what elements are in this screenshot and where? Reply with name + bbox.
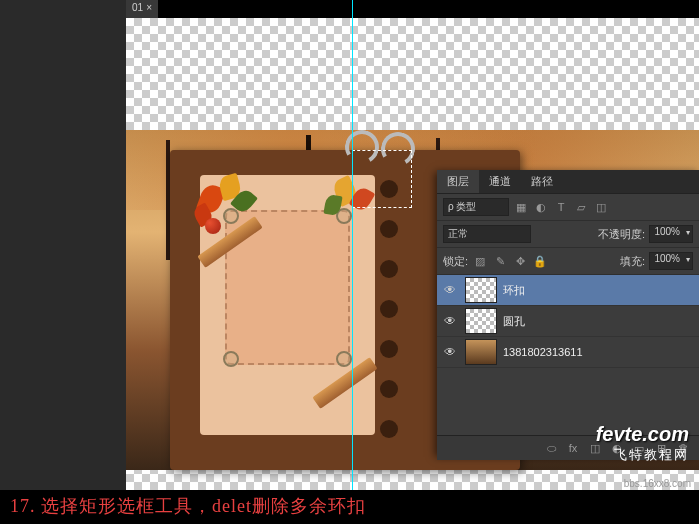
tab-channels[interactable]: 通道 (479, 170, 521, 193)
layer-thumb[interactable] (465, 339, 497, 365)
fill-input[interactable]: 100% (649, 252, 693, 270)
vertical-guide[interactable] (352, 0, 353, 490)
filter-shape-icon[interactable]: ▱ (573, 199, 589, 215)
layers-panel: 图层 通道 路径 ρ 类型 ▦ ◐ T ▱ ◫ 正常 不透明度: 100% 锁定… (437, 170, 699, 455)
album-page (200, 175, 375, 435)
filter-smart-icon[interactable]: ◫ (593, 199, 609, 215)
visibility-icon[interactable]: 👁 (441, 281, 459, 299)
lock-paint-icon[interactable]: ✎ (492, 253, 508, 269)
panel-tabs: 图层 通道 路径 (437, 170, 699, 194)
visibility-icon[interactable]: 👁 (441, 343, 459, 361)
layer-list: 👁 环扣 👁 圆孔 👁 1381802313611 (437, 275, 699, 435)
tab-paths[interactable]: 路径 (521, 170, 563, 193)
opacity-label: 不透明度: (598, 227, 645, 242)
watermark-bbs: bbs.16xx8.com (624, 478, 691, 489)
ring (377, 128, 419, 170)
layer-name[interactable]: 1381802313611 (503, 346, 583, 358)
filter-type-icon[interactable]: T (553, 199, 569, 215)
layer-row[interactable]: 👁 圆孔 (437, 306, 699, 337)
layer-thumb[interactable] (465, 277, 497, 303)
layer-thumb[interactable] (465, 308, 497, 334)
layer-row[interactable]: 👁 1381802313611 (437, 337, 699, 368)
layer-row[interactable]: 👁 环扣 (437, 275, 699, 306)
lock-move-icon[interactable]: ✥ (512, 253, 528, 269)
filter-adjust-icon[interactable]: ◐ (533, 199, 549, 215)
binding-holes (380, 180, 410, 440)
document-tab-bar: 01 × (126, 0, 158, 18)
tutorial-caption: 17. 选择矩形选框工具，delet删除多余环扣 (0, 490, 699, 524)
leaf-cluster-top-right (315, 170, 385, 230)
filter-pixel-icon[interactable]: ▦ (513, 199, 529, 215)
blend-row: 正常 不透明度: 100% (437, 221, 699, 248)
app-left-margin (0, 0, 126, 490)
document-tab[interactable]: 01 (132, 2, 143, 16)
visibility-icon[interactable]: 👁 (441, 312, 459, 330)
fill-label: 填充: (620, 254, 645, 269)
lock-all-icon[interactable]: 🔒 (532, 253, 548, 269)
lock-label: 锁定: (443, 254, 468, 269)
corner-clip (223, 351, 239, 367)
watermark-cn: 飞特教程网 (596, 446, 689, 464)
fx-icon[interactable]: fx (565, 440, 581, 456)
watermark: fevte.com 飞特教程网 (596, 423, 689, 464)
lock-trans-icon[interactable]: ▨ (472, 253, 488, 269)
watermark-site: fevte.com (596, 423, 689, 446)
ring-binder (345, 130, 425, 175)
close-icon[interactable]: × (146, 2, 152, 16)
tab-layers[interactable]: 图层 (437, 170, 479, 193)
layer-name[interactable]: 环扣 (503, 283, 525, 298)
ring (341, 126, 383, 168)
filter-type-select[interactable]: ρ 类型 (443, 198, 509, 216)
lock-row: 锁定: ▨ ✎ ✥ 🔒 填充: 100% (437, 248, 699, 275)
blend-mode-select[interactable]: 正常 (443, 225, 531, 243)
filter-row: ρ 类型 ▦ ◐ T ▱ ◫ (437, 194, 699, 221)
link-icon[interactable]: ⬭ (543, 440, 559, 456)
opacity-input[interactable]: 100% (649, 225, 693, 243)
corner-clip (336, 351, 352, 367)
layer-name[interactable]: 圆孔 (503, 314, 525, 329)
